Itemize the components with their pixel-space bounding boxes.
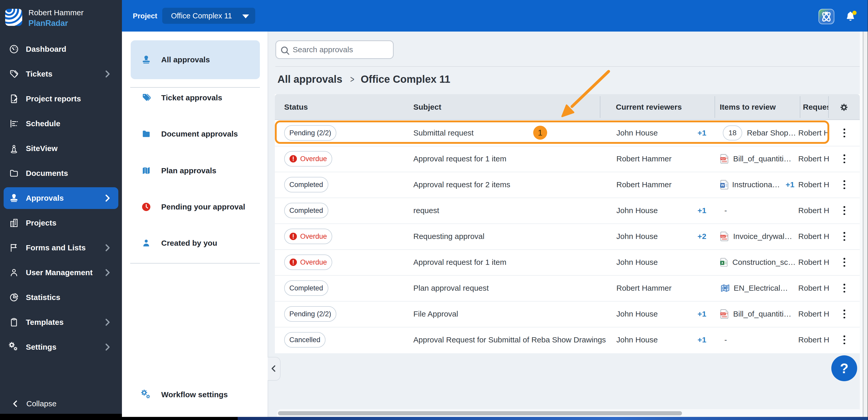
svg-text:PDF: PDF [720, 313, 725, 315]
svg-text:PDF: PDF [720, 158, 725, 160]
svg-text:X: X [721, 261, 723, 265]
svg-text:PDF: PDF [720, 235, 725, 238]
svg-text:W: W [721, 183, 724, 187]
